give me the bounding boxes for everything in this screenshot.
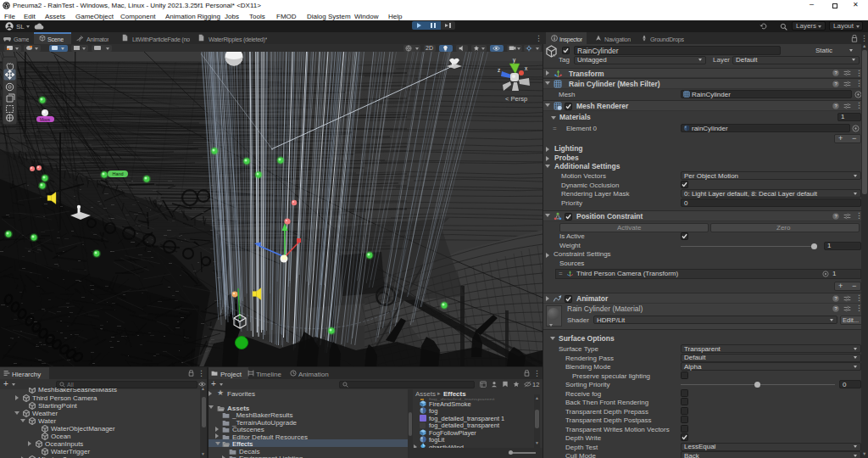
svg-text:?: ? bbox=[834, 306, 837, 311]
svg-text:< Persp: < Persp bbox=[505, 95, 527, 103]
svg-text:?: ? bbox=[834, 214, 837, 219]
svg-text:?: ? bbox=[834, 296, 837, 301]
svg-text:z: z bbox=[498, 67, 500, 73]
svg-text:?: ? bbox=[834, 81, 837, 87]
svg-text:?: ? bbox=[834, 70, 837, 75]
svg-text:?: ? bbox=[834, 103, 837, 109]
svg-text:Moos: Moos bbox=[40, 117, 51, 122]
svg-text:Hand: Hand bbox=[112, 171, 123, 176]
